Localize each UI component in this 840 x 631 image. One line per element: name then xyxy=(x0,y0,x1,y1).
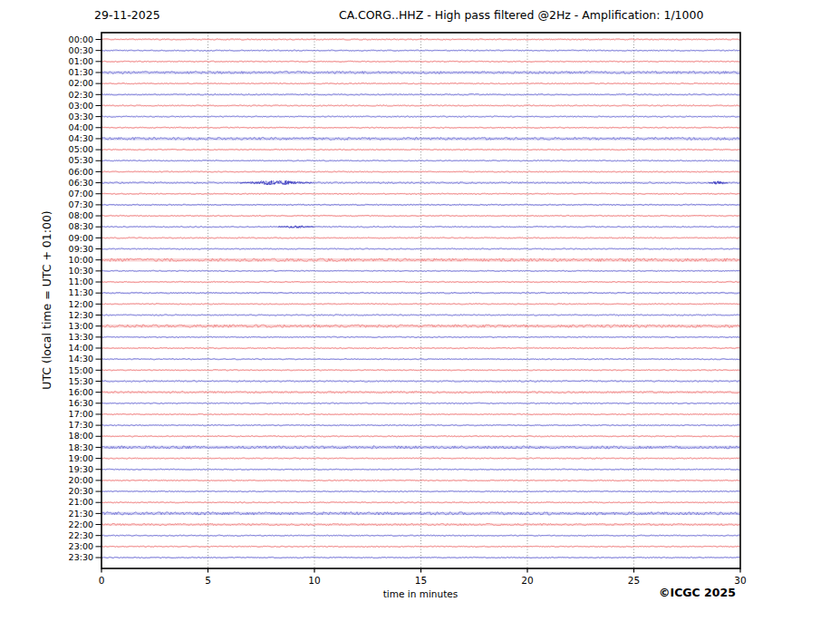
time-label-0830: 08:30 xyxy=(69,221,93,231)
helicorder-plot: 00:0000:3001:0001:3002:0002:3003:0003:30… xyxy=(0,0,840,631)
time-label-1000: 10:00 xyxy=(69,255,93,265)
time-label-1330: 13:30 xyxy=(69,332,93,342)
plot-frame xyxy=(101,33,740,568)
time-label-0730: 07:30 xyxy=(69,199,93,209)
time-label-1500: 15:00 xyxy=(69,365,93,375)
time-label-0230: 02:30 xyxy=(69,90,93,100)
time-label-1200: 12:00 xyxy=(69,299,93,309)
helicorder-page: 29-11-2025 CA.CORG..HHZ - High pass filt… xyxy=(0,0,840,631)
time-label-1830: 18:30 xyxy=(69,442,93,452)
time-label-0330: 03:30 xyxy=(69,112,93,121)
time-label-2330: 23:30 xyxy=(69,552,93,562)
time-label-1530: 15:30 xyxy=(69,376,93,386)
x-tick-label-5: 5 xyxy=(205,575,211,586)
time-label-1130: 11:30 xyxy=(69,287,93,297)
time-label-1430: 14:30 xyxy=(69,354,93,364)
x-tick-label-15: 15 xyxy=(415,575,427,586)
time-label-1600: 16:00 xyxy=(69,387,93,397)
time-label-0200: 02:00 xyxy=(69,78,93,88)
time-label-0600: 06:00 xyxy=(69,167,93,177)
time-label-0500: 05:00 xyxy=(69,144,93,154)
time-label-0630: 06:30 xyxy=(69,178,93,188)
time-label-0100: 01:00 xyxy=(69,56,93,66)
time-label-0800: 08:00 xyxy=(69,210,93,220)
time-label-1230: 12:30 xyxy=(69,310,93,320)
time-label-1700: 17:00 xyxy=(69,409,93,419)
time-label-0930: 09:30 xyxy=(69,244,93,254)
x-tick-label-0: 0 xyxy=(99,575,105,586)
time-label-2000: 20:00 xyxy=(69,475,93,485)
time-label-0000: 00:00 xyxy=(69,34,93,44)
event-trace-0630-0 xyxy=(240,180,312,185)
time-label-1030: 10:30 xyxy=(69,266,93,276)
time-label-2030: 20:30 xyxy=(69,486,93,496)
x-tick-label-25: 25 xyxy=(628,575,640,586)
time-label-0700: 07:00 xyxy=(69,189,93,199)
time-label-2130: 21:30 xyxy=(69,509,93,519)
time-label-0400: 04:00 xyxy=(69,122,93,132)
time-label-2200: 22:00 xyxy=(69,519,93,529)
time-label-1800: 18:00 xyxy=(69,431,93,441)
time-label-1300: 13:00 xyxy=(69,321,93,331)
time-label-1630: 16:30 xyxy=(69,398,93,408)
copyright-label: ©ICGC 2025 xyxy=(659,586,736,599)
time-label-0130: 01:30 xyxy=(69,67,93,77)
time-label-1930: 19:30 xyxy=(69,464,93,474)
time-label-2100: 21:00 xyxy=(69,497,93,507)
x-tick-label-10: 10 xyxy=(308,575,320,586)
time-label-0530: 05:30 xyxy=(69,155,93,165)
time-label-1100: 11:00 xyxy=(69,277,93,286)
time-label-0030: 00:30 xyxy=(69,45,93,55)
x-axis-label: time in minutes xyxy=(383,588,458,599)
time-label-1900: 19:00 xyxy=(69,453,93,463)
time-label-1730: 17:30 xyxy=(69,420,93,430)
time-label-2230: 22:30 xyxy=(69,530,93,540)
time-label-0430: 04:30 xyxy=(69,133,93,143)
time-label-2300: 23:00 xyxy=(69,541,93,551)
x-tick-label-30: 30 xyxy=(734,575,746,586)
x-tick-label-20: 20 xyxy=(521,575,533,586)
time-label-0300: 03:00 xyxy=(69,101,93,111)
time-label-1400: 14:00 xyxy=(69,343,93,353)
time-label-0900: 09:00 xyxy=(69,233,93,243)
